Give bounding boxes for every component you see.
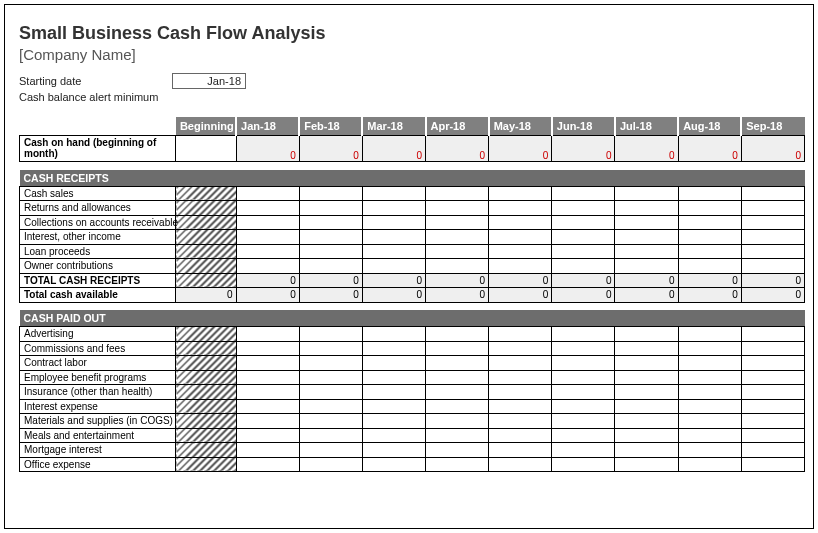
table-row: Mortgage interest [20, 443, 805, 458]
spreadsheet-document: Small Business Cash Flow Analysis [Compa… [4, 4, 814, 529]
starting-date-value[interactable]: Jan-18 [172, 73, 246, 89]
col-month: Jun-18 [552, 117, 615, 136]
cash-on-hand-row: Cash on hand (beginning of month) 0 0 0 … [20, 136, 805, 162]
cashflow-table: Beginning Jan-18 Feb-18 Mar-18 Apr-18 Ma… [19, 117, 805, 472]
section-header-receipts: CASH RECEIPTS [20, 170, 805, 187]
col-month: Jul-18 [615, 117, 678, 136]
blocked-cell [176, 201, 236, 216]
col-month: Jan-18 [236, 117, 299, 136]
table-row: Owner contributions [20, 259, 805, 274]
blocked-cell [176, 457, 236, 472]
table-row: Interest, other income [20, 230, 805, 245]
blocked-cell [176, 341, 236, 356]
table-row: Returns and allowances [20, 201, 805, 216]
cash-on-hand-cell[interactable]: 0 [362, 136, 425, 162]
cash-on-hand-cell[interactable]: 0 [615, 136, 678, 162]
table-row: Commissions and fees [20, 341, 805, 356]
blocked-cell [176, 370, 236, 385]
total-cash-available-row: Total cash available 0 0 0 0 0 0 0 0 0 0 [20, 288, 805, 303]
col-beginning: Beginning [176, 117, 236, 136]
table-row: Insurance (other than health) [20, 385, 805, 400]
blocked-cell [176, 399, 236, 414]
company-name-placeholder: [Company Name] [19, 46, 803, 63]
table-row: Interest expense [20, 399, 805, 414]
col-month: Aug-18 [678, 117, 741, 136]
table-row: Employee benefit programs [20, 370, 805, 385]
cash-on-hand-beginning[interactable] [176, 136, 236, 162]
blocked-cell [176, 428, 236, 443]
blocked-cell [176, 259, 236, 274]
col-month: Mar-18 [362, 117, 425, 136]
table-row: Contract labor [20, 356, 805, 371]
table-row: Collections on accounts receivable [20, 215, 805, 230]
starting-date-label: Starting date [19, 75, 172, 87]
blocked-cell [176, 244, 236, 259]
cash-alert-label: Cash balance alert minimum [19, 91, 158, 103]
col-month: May-18 [489, 117, 552, 136]
section-header-paid-out: CASH PAID OUT [20, 310, 805, 327]
table-row: Materials and supplies (in COGS) [20, 414, 805, 429]
cash-on-hand-cell[interactable]: 0 [489, 136, 552, 162]
cash-on-hand-cell[interactable]: 0 [678, 136, 741, 162]
col-month: Sep-18 [741, 117, 804, 136]
blocked-cell [176, 273, 236, 288]
col-month: Apr-18 [426, 117, 489, 136]
table-row: Office expense [20, 457, 805, 472]
cash-on-hand-cell[interactable]: 0 [299, 136, 362, 162]
table-row: Advertising [20, 327, 805, 342]
cash-on-hand-cell[interactable]: 0 [236, 136, 299, 162]
table-row: Meals and entertainment [20, 428, 805, 443]
column-header-row: Beginning Jan-18 Feb-18 Mar-18 Apr-18 Ma… [20, 117, 805, 136]
cash-on-hand-cell[interactable]: 0 [552, 136, 615, 162]
blocked-cell [176, 186, 236, 201]
blocked-cell [176, 230, 236, 245]
table-row: Cash sales [20, 186, 805, 201]
blocked-cell [176, 414, 236, 429]
total-cash-receipts-row: TOTAL CASH RECEIPTS 0 0 0 0 0 0 0 0 0 [20, 273, 805, 288]
document-title: Small Business Cash Flow Analysis [19, 23, 803, 44]
blocked-cell [176, 215, 236, 230]
cash-on-hand-cell[interactable]: 0 [426, 136, 489, 162]
table-row: Loan proceeds [20, 244, 805, 259]
cash-on-hand-label: Cash on hand (beginning of month) [20, 136, 176, 162]
blocked-cell [176, 443, 236, 458]
blocked-cell [176, 327, 236, 342]
col-month: Feb-18 [299, 117, 362, 136]
cash-on-hand-cell[interactable]: 0 [741, 136, 804, 162]
blocked-cell [176, 356, 236, 371]
blocked-cell [176, 385, 236, 400]
